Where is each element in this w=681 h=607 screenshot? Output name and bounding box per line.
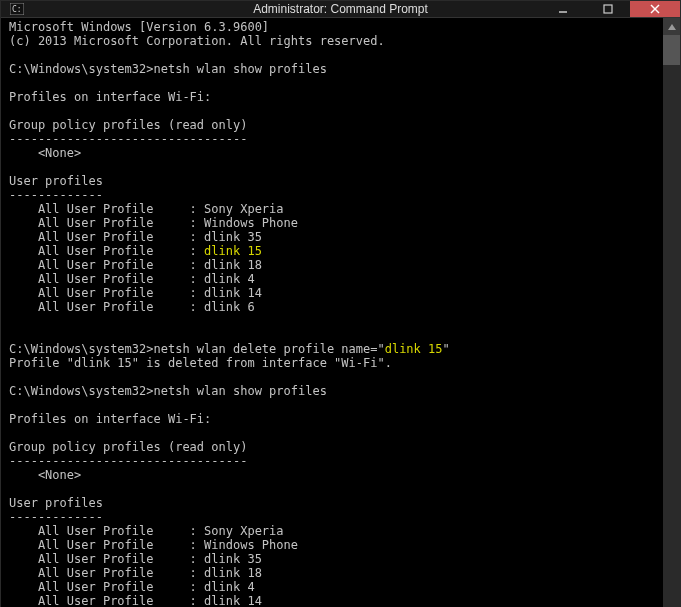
content-area: Microsoft Windows [Version 6.3.9600] (c)… [1,18,680,607]
terminal-output[interactable]: Microsoft Windows [Version 6.3.9600] (c)… [1,18,663,607]
scroll-track[interactable] [663,35,680,607]
svg-rect-3 [604,5,612,13]
cmd-icon: C: [9,1,25,17]
command-prompt-window: C: Administrator: Command Prompt Microso… [0,0,681,607]
close-button[interactable] [630,1,680,17]
scroll-up-button[interactable] [663,18,680,35]
scrollbar [663,18,680,607]
minimize-button[interactable] [540,1,585,17]
window-controls [540,1,680,17]
titlebar[interactable]: C: Administrator: Command Prompt [1,1,680,18]
window-title: Administrator: Command Prompt [253,2,428,16]
svg-marker-6 [668,24,676,30]
svg-text:C:: C: [12,5,22,14]
scroll-thumb[interactable] [663,35,680,65]
maximize-button[interactable] [585,1,630,17]
